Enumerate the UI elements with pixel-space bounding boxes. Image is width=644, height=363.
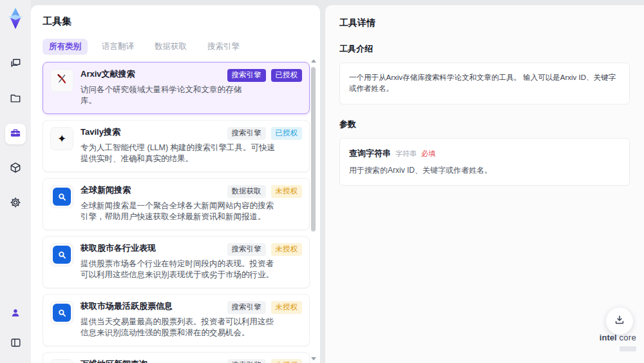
sidebar-item-chat[interactable] (5, 54, 26, 75)
category-tab[interactable]: 数据获取 (148, 39, 193, 55)
tool-tags: 搜索引擎 已授权 (222, 69, 303, 82)
sidebar-item-packages[interactable] (5, 159, 26, 179)
tool-tags: 数据获取 未授权 (222, 185, 303, 198)
category-tag: 搜索引擎 (227, 301, 266, 314)
tool-tags: 搜索引擎 未授权 (222, 301, 303, 314)
auth-status-tag: 未授权 (271, 359, 303, 363)
tool-description: 全球新闻搜索是一个聚合全球各大新闻网站内容的搜索引擎，帮助用户快速获取全球最新资… (80, 201, 277, 224)
tool-card-body: 全球新闻搜索 数据获取 未授权 全球新闻搜索是一个聚合全球各大新闻网站内容的搜索… (80, 185, 302, 223)
category-tag: 数据获取 (227, 185, 266, 198)
category-tabs: 所有类别 语言翻译 数据获取 搜索引擎 (43, 39, 310, 55)
briefcase-icon (9, 126, 22, 142)
scrollbar-thumb[interactable] (311, 67, 316, 231)
gear-icon (9, 196, 22, 211)
tool-card-body: Tavily搜索 搜索引擎 已授权 专为人工智能代理 (LLM) 构建的搜索引擎… (80, 127, 302, 165)
tool-description: 专为人工智能代理 (LLM) 构建的搜索引擎工具。可快速提供实时、准确和真实的结… (80, 142, 277, 166)
auth-status-tag: 未授权 (271, 185, 303, 198)
brand-text: intel core (600, 333, 636, 342)
param-description: 用于搜索的Arxiv ID、关键字或作者姓名。 (349, 165, 620, 176)
tool-card[interactable]: 获取市场最活跃股票信息 搜索引擎 未授权 提供当天交易量最高的股票列表。投资者可… (43, 294, 310, 346)
auth-status-tag: 未授权 (271, 243, 303, 256)
tools-panel: 工具集 所有类别 语言翻译 数据获取 搜索引擎 Arxiv文献搜索 搜索引擎 (31, 5, 320, 363)
tool-details-panel: 工具详情 工具介绍 一个用于从Arxiv存储库搜索科学论文和文章的工具。 输入可… (325, 5, 644, 363)
param-box: 查询字符串 字符串 必填 用于搜索的Arxiv ID、关键字或作者姓名。 (339, 138, 630, 186)
category-tag: 搜索引擎 (227, 359, 266, 363)
tool-card[interactable]: 万维地区新闻查询 搜索引擎 未授权 查询具体行政区划内的新闻，快速了解各地新闻动 (43, 352, 310, 363)
tool-tags: 搜索引擎 未授权 (222, 359, 303, 363)
tool-name: 获取股市各行业表现 (80, 243, 156, 254)
tool-description: 提供当天交易量最高的股票列表。投资者可以利用这些信息来识别流动性强的股票和潜在的… (80, 317, 277, 340)
sidebar-bottom (5, 304, 26, 354)
sidebar-item-settings[interactable] (5, 193, 26, 214)
auth-status-tag: 未授权 (271, 301, 303, 314)
collapse-sidebar-button[interactable] (5, 333, 26, 354)
tools-panel-title: 工具集 (43, 15, 310, 28)
tool-icon (50, 185, 73, 208)
cube-icon (9, 161, 22, 177)
sidebar-nav (5, 54, 26, 214)
tool-name: 全球新闻搜索 (80, 185, 131, 196)
tool-icon (50, 359, 73, 363)
scrollbar-down-arrow[interactable] (311, 357, 316, 360)
news-search-icon (53, 304, 71, 322)
intel-core-logo: intel core (600, 333, 636, 354)
tool-card-body: Arxiv文献搜索 搜索引擎 已授权 访问各个研究领域大量科学论文和文章的存储库… (80, 69, 302, 107)
user-avatar-icon (10, 307, 21, 321)
tool-list: Arxiv文献搜索 搜索引擎 已授权 访问各个研究领域大量科学论文和文章的存储库… (43, 62, 310, 363)
intro-text: 一个用于从Arxiv存储库搜索科学论文和文章的工具。 输入可以是Arxiv ID… (349, 72, 620, 95)
details-title: 工具详情 (339, 17, 630, 29)
tool-tags: 搜索引擎 未授权 (222, 243, 303, 256)
tool-card[interactable]: 获取股市各行业表现 搜索引擎 未授权 提供股票市场各个行业在特定时间段内的表现。… (43, 236, 310, 288)
sidebar-item-files[interactable] (5, 89, 26, 110)
arxiv-logo-icon (55, 72, 69, 89)
tool-name: 获取市场最活跃股票信息 (80, 301, 173, 312)
news-search-icon (53, 188, 71, 206)
sidebar (0, 0, 31, 363)
panel-collapse-icon (10, 337, 22, 351)
category-tag: 搜索引擎 (227, 243, 266, 256)
tool-name: 万维地区新闻查询 (80, 359, 147, 363)
category-tag: 搜索引擎 (227, 127, 266, 140)
tool-card-body: 获取市场最活跃股票信息 搜索引擎 未授权 提供当天交易量最高的股票列表。投资者可… (80, 301, 302, 339)
download-button[interactable] (606, 308, 633, 335)
param-type: 字符串 (395, 149, 417, 159)
tool-icon: ✦ (50, 127, 73, 150)
tool-name: Arxiv文献搜索 (80, 69, 135, 80)
tool-card-body: 万维地区新闻查询 搜索引擎 未授权 查询具体行政区划内的新闻，快速了解各地新闻动 (80, 359, 302, 363)
tool-card[interactable]: 全球新闻搜索 数据获取 未授权 全球新闻搜索是一个聚合全球各大新闻网站内容的搜索… (43, 178, 310, 230)
auth-status-tag: 已授权 (271, 69, 303, 82)
folder-icon (9, 92, 22, 107)
app-logo (5, 6, 26, 31)
tool-name: Tavily搜索 (80, 127, 120, 138)
category-tab[interactable]: 搜索引擎 (201, 39, 246, 55)
tavily-star-icon: ✦ (57, 132, 66, 145)
intro-heading: 工具介绍 (339, 43, 630, 55)
user-profile-button[interactable] (5, 304, 26, 324)
param-name: 查询字符串 (349, 148, 391, 159)
chat-icon (9, 57, 22, 72)
tool-description: 访问各个研究领域大量科学论文和文章的存储库。 (80, 84, 248, 108)
tool-card[interactable]: Arxiv文献搜索 搜索引擎 已授权 访问各个研究领域大量科学论文和文章的存储库… (43, 62, 310, 114)
auth-status-tag: 已授权 (271, 127, 303, 140)
download-icon (613, 313, 626, 329)
scrollbar-up-arrow[interactable] (311, 59, 316, 63)
category-tag: 搜索引擎 (227, 69, 266, 82)
tool-card[interactable]: ✦ Tavily搜索 搜索引擎 已授权 专为人工智能代理 (LLM) 构建的搜索… (43, 120, 310, 172)
tool-icon (50, 301, 73, 324)
param-required-badge: 必填 (421, 149, 435, 159)
brand-badge (620, 346, 636, 351)
sidebar-item-toolbox[interactable] (5, 124, 26, 144)
tool-icon (50, 243, 73, 266)
news-search-icon (53, 246, 71, 264)
intro-box: 一个用于从Arxiv存储库搜索科学论文和文章的工具。 输入可以是Arxiv ID… (339, 63, 630, 104)
category-tab[interactable]: 所有类别 (43, 39, 88, 55)
tool-icon (50, 69, 73, 92)
category-tab[interactable]: 语言翻译 (95, 39, 140, 55)
tool-description: 提供股票市场各个行业在特定时间段内的表现。投资者可以利用这些信息来识别表现优于或… (80, 259, 277, 282)
tool-card-body: 获取股市各行业表现 搜索引擎 未授权 提供股票市场各个行业在特定时间段内的表现。… (80, 243, 302, 281)
tool-list-scrollbar[interactable] (310, 58, 316, 362)
params-heading: 参数 (339, 119, 630, 130)
tool-tags: 搜索引擎 已授权 (222, 127, 303, 140)
